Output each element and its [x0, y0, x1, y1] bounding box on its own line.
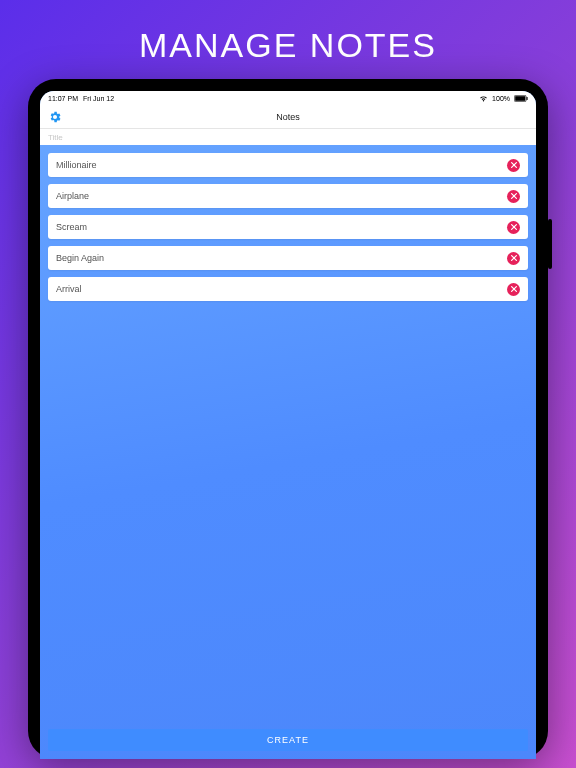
battery-icon: [514, 95, 528, 102]
delete-button[interactable]: [507, 190, 520, 203]
status-date: Fri Jun 12: [83, 95, 114, 102]
note-label: Begin Again: [56, 253, 104, 263]
title-input-row: [40, 129, 536, 145]
notes-list: Millionaire Airplane Scream Begin Again: [40, 145, 536, 721]
status-bar: 11:07 PM Fri Jun 12 100%: [40, 91, 536, 105]
status-battery-text: 100%: [492, 95, 510, 102]
delete-button[interactable]: [507, 221, 520, 234]
screen: 11:07 PM Fri Jun 12 100% Notes: [40, 91, 536, 759]
note-label: Millionaire: [56, 160, 97, 170]
list-item[interactable]: Arrival: [48, 277, 528, 301]
create-button[interactable]: CREATE: [48, 729, 528, 751]
page-title: Notes: [40, 112, 536, 122]
svg-rect-1: [515, 96, 525, 101]
promo-title: MANAGE NOTES: [139, 26, 437, 65]
note-label: Arrival: [56, 284, 82, 294]
status-time: 11:07 PM: [48, 95, 78, 102]
nav-bar: Notes: [40, 105, 536, 129]
note-label: Airplane: [56, 191, 89, 201]
list-item[interactable]: Millionaire: [48, 153, 528, 177]
device-frame: 11:07 PM Fri Jun 12 100% Notes: [28, 79, 548, 759]
list-item[interactable]: Airplane: [48, 184, 528, 208]
bottom-bar: CREATE: [40, 721, 536, 759]
delete-button[interactable]: [507, 159, 520, 172]
svg-rect-2: [526, 96, 527, 99]
settings-button[interactable]: [48, 110, 62, 124]
list-item[interactable]: Scream: [48, 215, 528, 239]
delete-button[interactable]: [507, 283, 520, 296]
list-item[interactable]: Begin Again: [48, 246, 528, 270]
note-label: Scream: [56, 222, 87, 232]
delete-button[interactable]: [507, 252, 520, 265]
title-input[interactable]: [48, 133, 528, 142]
wifi-icon: [479, 95, 488, 102]
